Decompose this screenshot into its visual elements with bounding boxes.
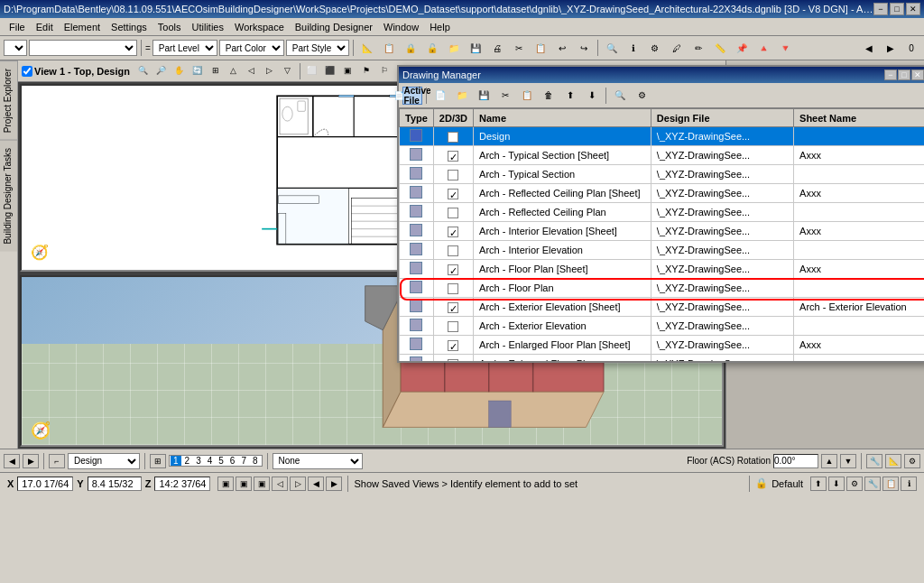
table-row[interactable]: Arch - Enlarged Floor Plan\_XYZ-DrawingS… bbox=[400, 355, 925, 362]
design-select[interactable]: Design bbox=[68, 453, 140, 469]
dlg-tb-settings[interactable]: ⚙ bbox=[632, 87, 651, 105]
tb-icon7[interactable]: 🖨 bbox=[487, 39, 507, 57]
table-row[interactable]: Arch - Interior Elevation\_XYZ-DrawingSe… bbox=[400, 241, 925, 260]
tb-icon20[interactable]: 🔻 bbox=[775, 39, 795, 57]
table-row[interactable]: Arch - Typical Section\_XYZ-DrawingSee..… bbox=[400, 165, 925, 184]
menu-workspace[interactable]: Workspace bbox=[229, 20, 290, 34]
view-checkbox[interactable] bbox=[22, 66, 32, 77]
tb-icon5[interactable]: 📁 bbox=[444, 39, 464, 57]
cell-name[interactable]: Arch - Interior Elevation [Sheet] bbox=[474, 222, 651, 241]
tb-right1[interactable]: ◀ bbox=[859, 39, 879, 57]
view-btn8[interactable]: ⚑ bbox=[358, 63, 374, 78]
dlg-tb-up[interactable]: ⬆ bbox=[560, 87, 580, 105]
cell-name[interactable]: Arch - Typical Section [Sheet] bbox=[474, 146, 651, 165]
tb-icon11[interactable]: ↪ bbox=[574, 39, 594, 57]
view-btn6[interactable]: ⬛ bbox=[322, 63, 338, 78]
table-row[interactable]: Arch - Exterior Elevation\_XYZ-DrawingSe… bbox=[400, 317, 925, 336]
table-row[interactable]: Arch - Floor Plan\_XYZ-DrawingSee... bbox=[400, 279, 925, 298]
nav-btn3[interactable]: ▣ bbox=[254, 477, 270, 491]
cell-name[interactable]: Arch - Reflected Ceiling Plan [Sheet] bbox=[474, 184, 651, 203]
part-color-select[interactable]: Part Color bbox=[219, 40, 284, 56]
table-row[interactable]: ✓Arch - Reflected Ceiling Plan [Sheet]\_… bbox=[400, 184, 925, 203]
view-btn3[interactable]: ▷ bbox=[262, 63, 278, 78]
table-row[interactable]: Design\_XYZ-DrawingSee... bbox=[400, 127, 925, 146]
cell-name[interactable]: Design bbox=[474, 127, 651, 146]
nav-btn6[interactable]: ◀ bbox=[308, 477, 324, 491]
tb-icon2[interactable]: 📋 bbox=[379, 39, 399, 57]
tb-icon1[interactable]: 📐 bbox=[357, 39, 377, 57]
tb-icon16[interactable]: ✏ bbox=[688, 39, 708, 57]
cell-name[interactable]: Arch - Floor Plan bbox=[474, 279, 651, 298]
nav-btn4[interactable]: ◁ bbox=[272, 477, 288, 491]
back-button[interactable]: ◀ bbox=[4, 454, 20, 468]
tool2[interactable]: 📐 bbox=[885, 454, 901, 468]
tb-icon10[interactable]: ↩ bbox=[552, 39, 572, 57]
active-file-btn[interactable]: 📄 Active File bbox=[402, 87, 422, 105]
tab-building-designer-tasks[interactable]: Building Designer Tasks bbox=[0, 140, 17, 252]
table-row[interactable]: ✓Arch - Typical Section [Sheet]\_XYZ-Dra… bbox=[400, 146, 925, 165]
dlg-tb-cut[interactable]: ✂ bbox=[495, 87, 515, 105]
drawing-table-container[interactable]: Type 2D/3D Name Design File Sheet Name D… bbox=[399, 108, 924, 361]
cell-name[interactable]: Arch - Enlarged Floor Plan [Sheet] bbox=[474, 336, 651, 355]
cell-name[interactable]: Arch - Typical Section bbox=[474, 165, 651, 184]
forward-button[interactable]: ▶ bbox=[23, 454, 39, 468]
pan-btn[interactable]: ✋ bbox=[171, 63, 188, 78]
dlg-tb-save[interactable]: 💾 bbox=[474, 87, 494, 105]
dlg-tb-open[interactable]: 📁 bbox=[452, 87, 472, 105]
cell-name[interactable]: Arch - Exterior Elevation [Sheet] bbox=[474, 298, 651, 317]
dialog-minimize-btn[interactable]: − bbox=[884, 69, 897, 80]
zoom-out-btn[interactable]: 🔎 bbox=[153, 63, 170, 78]
table-row[interactable]: ✓Arch - Interior Elevation [Sheet]\_XYZ-… bbox=[400, 222, 925, 241]
sb-btn5[interactable]: 📋 bbox=[882, 477, 899, 491]
page-6[interactable]: 6 bbox=[227, 456, 238, 466]
page-7[interactable]: 7 bbox=[238, 456, 249, 466]
menu-edit[interactable]: Edit bbox=[31, 20, 59, 34]
tb-icon4[interactable]: 🔓 bbox=[422, 39, 442, 57]
menu-building-designer[interactable]: Building Designer bbox=[290, 20, 378, 34]
menu-tools[interactable]: Tools bbox=[152, 20, 187, 34]
view-btn7[interactable]: ▣ bbox=[340, 63, 356, 78]
maximize-button[interactable]: □ bbox=[890, 3, 904, 15]
table-row[interactable]: ✓Arch - Enlarged Floor Plan [Sheet]\_XYZ… bbox=[400, 336, 925, 355]
part-style-select[interactable]: Part Style bbox=[286, 40, 349, 56]
tb-icon9[interactable]: 📋 bbox=[531, 39, 550, 57]
cell-name[interactable]: Arch - Enlarged Floor Plan bbox=[474, 355, 651, 362]
table-row[interactable]: ✓Arch - Floor Plan [Sheet]\_XYZ-DrawingS… bbox=[400, 260, 925, 279]
tool3[interactable]: ⚙ bbox=[904, 454, 920, 468]
drawing-manager-dialog[interactable]: Drawing Manager − □ ✕ 📄 Active File 📄 📁 … bbox=[397, 65, 924, 363]
table-row[interactable]: Arch - Reflected Ceiling Plan\_XYZ-Drawi… bbox=[400, 203, 925, 222]
dlg-tb-search[interactable]: 🔍 bbox=[610, 87, 630, 105]
dlg-tb-copy[interactable]: 📋 bbox=[517, 87, 537, 105]
view-btn5[interactable]: ⬜ bbox=[304, 63, 320, 78]
tb-icon15[interactable]: 🖊 bbox=[667, 39, 687, 57]
menu-element[interactable]: Element bbox=[59, 20, 106, 34]
page-1[interactable]: 1 bbox=[171, 456, 181, 466]
nav-btn1[interactable]: ▣ bbox=[217, 477, 234, 491]
view-btn2[interactable]: ◁ bbox=[244, 63, 260, 78]
level-select[interactable] bbox=[29, 40, 137, 56]
view-btn9[interactable]: ⚐ bbox=[376, 63, 393, 78]
cell-name[interactable]: Arch - Floor Plan [Sheet] bbox=[474, 260, 651, 279]
view-select[interactable] bbox=[4, 40, 27, 56]
fence-btn[interactable]: ⌐ bbox=[49, 454, 65, 468]
tb-icon8[interactable]: ✂ bbox=[509, 39, 529, 57]
tb-icon19[interactable]: 🔺 bbox=[753, 39, 773, 57]
tb-icon3[interactable]: 🔒 bbox=[401, 39, 420, 57]
page-5[interactable]: 5 bbox=[216, 456, 226, 466]
minimize-button[interactable]: − bbox=[873, 3, 888, 15]
dlg-tb-down[interactable]: ⬇ bbox=[582, 87, 602, 105]
sb-btn6[interactable]: ℹ bbox=[901, 477, 917, 491]
tb-icon12[interactable]: 🔍 bbox=[602, 39, 622, 57]
menu-help[interactable]: Help bbox=[424, 20, 456, 34]
table-row[interactable]: ✓Arch - Exterior Elevation [Sheet]\_XYZ-… bbox=[400, 298, 925, 317]
rot-down[interactable]: ▼ bbox=[840, 454, 856, 468]
part-level-select[interactable]: Part Level bbox=[152, 40, 217, 56]
menu-utilities[interactable]: Utilities bbox=[187, 20, 229, 34]
dialog-maximize-btn[interactable]: □ bbox=[898, 69, 910, 80]
page-2[interactable]: 2 bbox=[182, 456, 193, 466]
menu-window[interactable]: Window bbox=[378, 20, 424, 34]
sb-btn3[interactable]: ⚙ bbox=[846, 477, 863, 491]
tb-icon17[interactable]: 📏 bbox=[710, 39, 730, 57]
rotation-input[interactable] bbox=[773, 454, 818, 468]
dlg-tb-new[interactable]: 📄 bbox=[430, 87, 450, 105]
